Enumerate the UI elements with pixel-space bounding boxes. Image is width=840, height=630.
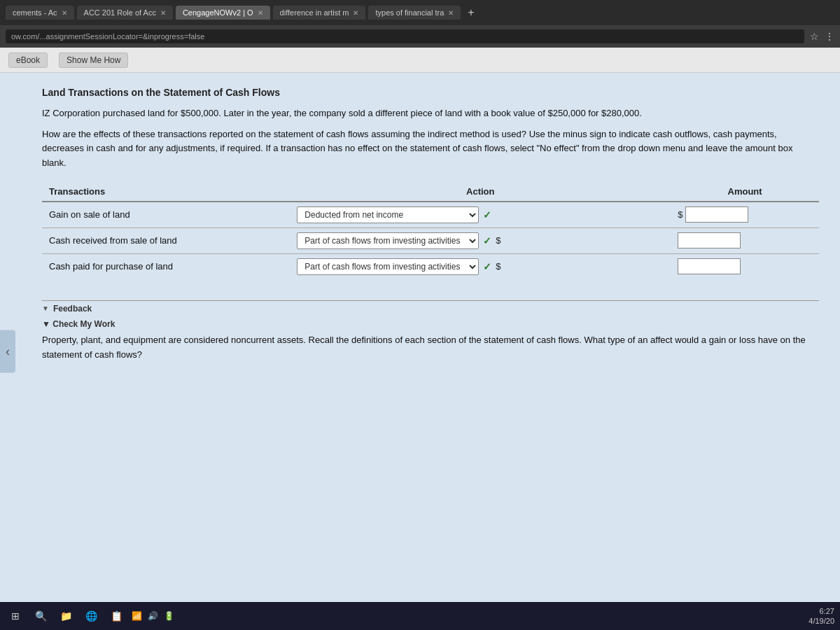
settings-icon[interactable]: ⋮ (825, 31, 834, 42)
tab-cements[interactable]: cements - Ac ✕ (6, 6, 74, 20)
tab-difference[interactable]: difference in artist m ✕ (273, 6, 366, 20)
transaction-label: Cash received from sale of land (42, 227, 290, 253)
tab-label: difference in artist m (280, 8, 349, 17)
amount-cell-1 (671, 227, 819, 253)
transactions-table: Transactions Action Amount Gain on sale … (42, 182, 819, 279)
ebook-button[interactable]: eBook (8, 52, 48, 68)
triangle-icon: ▼ (42, 304, 49, 312)
check-my-work-inline-label: ▼ Check My Work (42, 319, 819, 329)
action-select-1[interactable]: Part of cash flows from investing activi… (297, 232, 479, 249)
dollar-sign-0: $ (678, 209, 682, 220)
check-label-text: Check My Work (52, 319, 115, 329)
checkmark-inline-icon: ▼ (42, 319, 52, 329)
tab-label: ACC 201 Role of Acc (84, 8, 156, 17)
clock-date: 4/19/20 (808, 616, 834, 626)
show-me-how-button[interactable]: Show Me How (59, 52, 128, 68)
wifi-icon: 📶 (132, 611, 142, 621)
action-select-2[interactable]: Part of cash flows from investing activi… (297, 258, 479, 275)
feedback-header: ▼ Feedback (42, 304, 819, 314)
taskbar-app-icon[interactable]: 📋 (106, 606, 126, 626)
taskbar-clock: 6:27 4/19/20 (808, 606, 834, 626)
browser-tabs-bar: cements - Ac ✕ ACC 201 Role of Acc ✕ Cen… (0, 0, 840, 25)
taskbar-browser-icon[interactable]: 🌐 (81, 606, 101, 626)
taskbar-sys-icons: 📶 🔊 🔋 (132, 611, 174, 621)
taskbar-file-icon[interactable]: 📁 (56, 606, 76, 626)
page-title: Land Transactions on the Statement of Ca… (42, 87, 819, 98)
amount-input-0[interactable] (685, 206, 748, 223)
star-icon[interactable]: ☆ (810, 31, 819, 42)
verified-icon-2: ✓ (483, 261, 491, 272)
tab-close-icon[interactable]: ✕ (353, 9, 358, 17)
new-tab-button[interactable]: + (463, 6, 478, 19)
instructions-text: How are the effects of these transaction… (42, 127, 819, 171)
clock-time: 6:27 (808, 606, 834, 616)
dollar-sign-row2: $ (496, 261, 500, 272)
browser-nav-icons: ☆ ⋮ (810, 31, 834, 42)
action-cell: Part of cash flows from investing activi… (290, 227, 671, 253)
verified-icon-0: ✓ (483, 209, 491, 220)
volume-icon: 🔊 (148, 611, 158, 621)
problem-sentence: IZ Corporation purchased land for $500,0… (42, 108, 642, 118)
dollar-sign-row1: $ (496, 235, 500, 246)
verified-icon-1: ✓ (483, 235, 491, 246)
amount-cell-0: $ (671, 202, 819, 228)
ebook-toolbar: eBook Show Me How (0, 48, 840, 73)
col-header-amount: Amount (671, 182, 819, 202)
action-select-0[interactable]: Deducted from net income (297, 206, 479, 223)
tab-cengage[interactable]: CengageNOWv2 | O ✕ (176, 6, 270, 20)
address-bar-row: ow.com/...assignmentSessionLocator=&inpr… (0, 25, 840, 48)
problem-text: IZ Corporation purchased land for $500,0… (42, 106, 819, 120)
col-header-transactions: Transactions (42, 182, 290, 202)
transaction-label: Cash paid for purchase of land (42, 253, 290, 279)
tab-label: CengageNOWv2 | O (183, 8, 253, 17)
col-header-action: Action (290, 182, 671, 202)
tab-close-icon[interactable]: ✕ (160, 9, 166, 17)
divider (42, 300, 819, 301)
feedback-label: Feedback (53, 304, 92, 314)
search-taskbar-icon[interactable]: 🔍 (31, 606, 50, 626)
feedback-body-text: Property, plant, and equipment are consi… (42, 333, 819, 363)
amount-input-2[interactable] (678, 258, 741, 274)
back-arrow-button[interactable]: ‹ (0, 330, 15, 373)
amount-input-1[interactable] (678, 232, 741, 248)
table-row: Cash received from sale of land Part of … (42, 227, 819, 253)
action-cell: Part of cash flows from investing activi… (290, 253, 671, 279)
table-row: Cash paid for purchase of land Part of c… (42, 253, 819, 279)
amount-cell-2 (671, 253, 819, 279)
tab-close-icon[interactable]: ✕ (258, 9, 263, 17)
start-button[interactable]: ⊞ (6, 606, 25, 626)
tab-acc201[interactable]: ACC 201 Role of Acc ✕ (77, 6, 173, 20)
tab-label: types of financial tra (375, 8, 444, 17)
taskbar: ⊞ 🔍 📁 🌐 📋 📶 🔊 🔋 6:27 4/19/20 (0, 602, 840, 630)
tab-close-icon[interactable]: ✕ (448, 9, 454, 17)
main-content: ‹ Land Transactions on the Statement of … (0, 73, 840, 630)
address-bar[interactable]: ow.com/...assignmentSessionLocator=&inpr… (6, 29, 804, 43)
battery-icon: 🔋 (164, 611, 174, 621)
transaction-label: Gain on sale of land (42, 202, 290, 228)
action-cell: Deducted from net income ✓ (290, 202, 671, 228)
tab-label: cements - Ac (13, 8, 57, 17)
tab-types[interactable]: types of financial tra ✕ (368, 6, 461, 20)
table-row: Gain on sale of land Deducted from net i… (42, 202, 819, 228)
feedback-section: ▼ Feedback ▼ Check My Work Property, pla… (42, 290, 819, 370)
tab-close-icon[interactable]: ✕ (62, 9, 67, 17)
